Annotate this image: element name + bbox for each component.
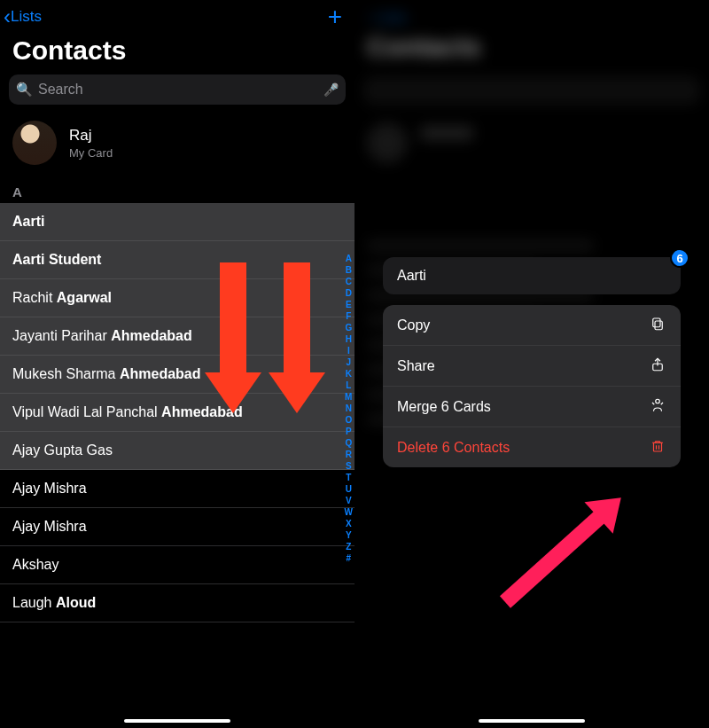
index-letter[interactable]: B: [346, 264, 352, 276]
index-letter[interactable]: S: [346, 460, 352, 472]
dictate-icon[interactable]: 🎤: [323, 82, 339, 97]
contact-row[interactable]: Aarti: [0, 203, 354, 241]
trash-icon: [649, 438, 666, 457]
contacts-list-pane: ‹ Lists + Contacts 🔍 Search 🎤 Raj My Car…: [0, 0, 354, 728]
contact-row[interactable]: Ajay Gupta Gas: [0, 432, 354, 470]
contact-row[interactable]: Ajay Mishra: [0, 470, 354, 508]
menu-merge-label: Merge 6 Cards: [397, 399, 491, 415]
chevron-left-icon: ‹: [4, 6, 11, 27]
svg-rect-0: [655, 321, 662, 330]
menu-share-label: Share: [397, 358, 435, 374]
add-contact-button[interactable]: +: [328, 4, 342, 29]
index-letter[interactable]: Q: [345, 437, 352, 449]
index-letter[interactable]: G: [345, 322, 352, 333]
menu-share[interactable]: Share: [383, 346, 681, 387]
index-letter[interactable]: L: [346, 380, 351, 391]
menu-delete-label: Delete 6 Contacts: [397, 440, 510, 456]
home-indicator[interactable]: [479, 719, 585, 723]
annotation-arrow-down: [218, 262, 248, 413]
index-letter[interactable]: I: [347, 345, 350, 356]
index-letter[interactable]: U: [346, 483, 352, 495]
avatar: [12, 121, 57, 165]
index-letter[interactable]: X: [346, 518, 352, 529]
svg-rect-4: [654, 442, 662, 451]
index-letter[interactable]: K: [346, 368, 352, 380]
index-letter[interactable]: P: [346, 426, 352, 437]
back-button[interactable]: ‹ Lists: [4, 6, 42, 27]
index-letter[interactable]: A: [346, 253, 352, 264]
index-letter[interactable]: V: [346, 495, 352, 506]
context-menu: Copy Share Merge 6 Cards Delete 6 Contac…: [383, 305, 681, 467]
context-menu-pane: ‹ Lists Contacts Aarti 6 Copy Share: [354, 0, 709, 728]
index-letter[interactable]: Y: [346, 529, 352, 541]
index-letter[interactable]: #: [346, 552, 351, 564]
index-letter[interactable]: O: [345, 414, 352, 426]
context-popup: Aarti 6 Copy Share Merge 6 Cards: [383, 257, 681, 467]
home-indicator[interactable]: [124, 719, 230, 723]
menu-copy-label: Copy: [397, 317, 430, 333]
nav-bar: ‹ Lists +: [0, 0, 354, 30]
index-letter[interactable]: R: [346, 449, 352, 460]
svg-point-3: [656, 399, 660, 403]
index-letter[interactable]: E: [346, 299, 352, 310]
contact-row[interactable]: Laugh Aloud: [0, 584, 354, 622]
my-card[interactable]: Raj My Card: [0, 117, 354, 181]
svg-rect-1: [653, 318, 660, 327]
search-placeholder: Search: [38, 82, 323, 98]
copy-icon: [649, 316, 666, 334]
search-icon: 🔍: [16, 82, 33, 98]
contact-row[interactable]: Akshay: [0, 546, 354, 584]
index-letter[interactable]: J: [346, 356, 351, 368]
section-header: A: [0, 181, 354, 203]
back-label: Lists: [11, 8, 42, 26]
share-icon: [649, 356, 666, 375]
my-card-subtitle: My Card: [69, 146, 113, 160]
my-card-name: Raj: [69, 127, 113, 145]
index-letter[interactable]: D: [346, 287, 352, 299]
menu-delete[interactable]: Delete 6 Contacts: [383, 427, 681, 467]
selected-contact-name: Aarti: [397, 268, 426, 283]
search-input[interactable]: 🔍 Search 🎤: [9, 74, 346, 105]
index-letter[interactable]: F: [346, 310, 351, 322]
page-title: Contacts: [0, 30, 354, 74]
index-letter[interactable]: M: [345, 391, 352, 403]
annotation-arrow-down: [282, 262, 312, 413]
index-letter[interactable]: T: [346, 472, 351, 483]
menu-merge[interactable]: Merge 6 Cards: [383, 387, 681, 427]
index-letter[interactable]: Z: [346, 541, 351, 552]
merge-icon: [649, 397, 666, 416]
alpha-index-bar[interactable]: ABCDEFGHIJKLMNOPQRSTUVWXYZ#: [345, 253, 353, 564]
index-letter[interactable]: C: [346, 276, 352, 287]
contact-row[interactable]: Ajay Mishra: [0, 508, 354, 546]
index-letter[interactable]: H: [346, 333, 352, 345]
selection-count-badge: 6: [670, 248, 690, 268]
menu-copy[interactable]: Copy: [383, 305, 681, 346]
index-letter[interactable]: W: [345, 506, 353, 518]
selected-contact-pill[interactable]: Aarti 6: [383, 257, 681, 294]
index-letter[interactable]: N: [346, 403, 352, 414]
